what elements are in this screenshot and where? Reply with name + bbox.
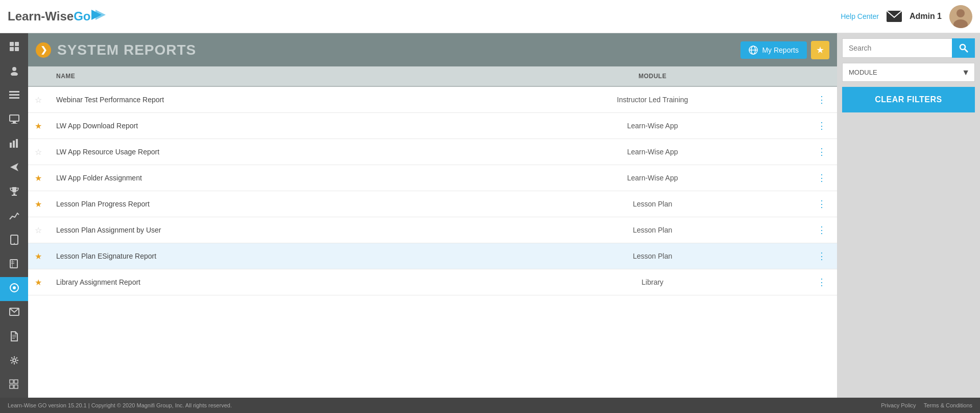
sidebar-item-book[interactable] [0,253,28,277]
mail-icon[interactable] [887,11,902,22]
sidebar-item-trophy[interactable] [0,180,28,204]
svg-rect-38 [10,385,13,388]
svg-marker-1 [95,10,106,20]
col-module-header: MODULE [495,66,809,86]
footer-copyright: Learn-Wise GO version 15.20.1 | Copyrigh… [8,402,881,408]
sidebar-item-users[interactable] [0,60,28,84]
favorites-button[interactable]: ★ [811,41,829,59]
row-module: Learn-Wise App [495,113,809,139]
logo-arrow-icon [91,8,106,22]
privacy-policy-link[interactable]: Privacy Policy [881,402,916,408]
row-actions-button[interactable]: ⋮ [817,199,827,209]
row-actions-button[interactable]: ⋮ [817,277,827,287]
reports-icon [9,283,19,295]
sidebar-item-grid[interactable] [0,374,28,398]
row-star-icon[interactable]: ★ [35,174,42,182]
sidebar-item-email[interactable] [0,301,28,325]
email-icon [9,308,19,318]
star-cell[interactable]: ★ [28,191,49,217]
footer: Learn-Wise GO version 15.20.1 | Copyrigh… [0,398,980,413]
row-actions-cell[interactable]: ⋮ [809,86,837,113]
sidebar-item-monitor[interactable] [0,108,28,132]
search-input[interactable] [842,38,952,58]
row-star-icon[interactable]: ☆ [35,148,42,156]
svg-rect-9 [15,47,19,51]
svg-rect-16 [13,122,16,123]
module-filter-select[interactable]: MODULEInstructor Led TrainingLearn-Wise … [842,63,975,82]
row-actions-cell[interactable]: ⋮ [809,139,837,165]
table-row: ★ Library Assignment Report Library ⋮ [28,269,837,295]
svg-point-35 [13,359,16,362]
row-actions-button[interactable]: ⋮ [817,251,827,261]
table-row: ☆ LW App Resource Usage Report Learn-Wis… [28,139,837,165]
table-row: ★ Lesson Plan ESignature Report Lesson P… [28,243,837,269]
star-cell[interactable]: ★ [28,269,49,295]
tablet-icon [10,235,18,247]
row-star-icon[interactable]: ★ [35,122,42,130]
svg-rect-12 [9,91,19,93]
svg-rect-21 [13,193,15,195]
header-toggle-button[interactable]: ❯ [36,42,51,58]
my-reports-button[interactable]: My Reports [740,41,807,59]
row-star-icon[interactable]: ★ [35,252,42,261]
row-star-icon[interactable]: ★ [35,200,42,209]
star-cell[interactable]: ★ [28,113,49,139]
terms-conditions-link[interactable]: Terms & Conditions [924,402,972,408]
row-actions-button[interactable]: ⋮ [817,225,827,235]
svg-rect-28 [11,263,14,264]
sidebar-item-doc[interactable] [0,325,28,349]
logo: Learn-Wise Go [8,8,106,25]
svg-rect-27 [11,262,14,262]
row-actions-cell[interactable]: ⋮ [809,165,837,191]
sidebar-item-bar-chart[interactable] [0,132,28,156]
help-center-link[interactable]: Help Center [841,12,879,20]
sidebar-item-tablet[interactable] [0,229,28,253]
svg-point-10 [12,67,16,71]
svg-rect-19 [13,141,15,148]
bar-chart-icon [9,139,19,150]
row-actions-button[interactable]: ⋮ [817,121,827,131]
table-row: ☆ Webinar Test Performance Report Instru… [28,86,837,113]
row-name: Lesson Plan Progress Report [49,191,495,217]
table-header-row: NAME MODULE [28,66,837,86]
sidebar-item-list[interactable] [0,84,28,108]
svg-rect-8 [10,47,14,51]
row-actions-cell[interactable]: ⋮ [809,191,837,217]
sidebar-item-settings[interactable] [0,350,28,374]
clear-filters-button[interactable]: CLEAR FILTERS [842,87,975,112]
sidebar-item-line-chart[interactable] [0,204,28,228]
row-module: Lesson Plan [495,217,809,243]
row-star-icon[interactable]: ☆ [35,226,42,235]
row-actions-cell[interactable]: ⋮ [809,113,837,139]
sidebar-item-dashboard[interactable] [0,36,28,60]
row-actions-cell[interactable]: ⋮ [809,243,837,269]
logo-go: Go [74,9,90,24]
row-actions-cell[interactable]: ⋮ [809,217,837,243]
star-cell[interactable]: ☆ [28,217,49,243]
sidebar-item-airplane[interactable] [0,156,28,180]
row-star-icon[interactable]: ★ [35,278,42,287]
row-actions-cell[interactable]: ⋮ [809,269,837,295]
trophy-icon [9,186,19,199]
star-cell[interactable]: ☆ [28,139,49,165]
main-layout: ❯ SYSTEM REPORTS My Reports ★ [0,33,980,398]
toggle-icon: ❯ [40,45,47,55]
sidebar-item-reports[interactable] [0,277,28,301]
star-cell[interactable]: ★ [28,165,49,191]
row-actions-button[interactable]: ⋮ [817,147,827,157]
search-button[interactable] [952,38,975,58]
avatar [949,5,972,28]
row-star-icon[interactable]: ☆ [35,96,42,104]
svg-rect-22 [12,195,17,196]
settings-icon [9,355,19,368]
row-actions-button[interactable]: ⋮ [817,95,827,105]
table-row: ☆ Lesson Plan Assignment by User Lesson … [28,217,837,243]
table-row: ★ Lesson Plan Progress Report Lesson Pla… [28,191,837,217]
row-actions-button[interactable]: ⋮ [817,173,827,183]
monitor-icon [9,114,19,126]
dashboard-icon [9,41,19,54]
svg-rect-17 [11,123,17,124]
svg-point-11 [11,72,18,76]
star-cell[interactable]: ★ [28,243,49,269]
star-cell[interactable]: ☆ [28,86,49,113]
